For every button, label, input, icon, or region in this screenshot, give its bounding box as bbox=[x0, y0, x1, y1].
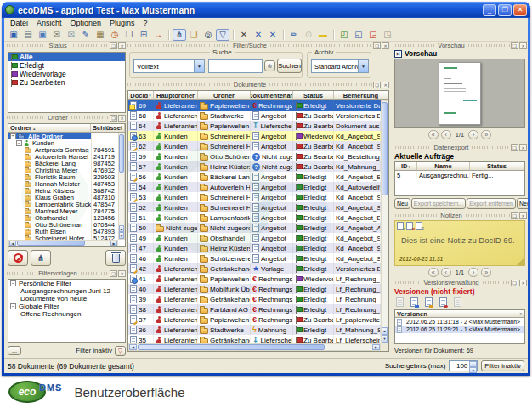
float-panel-icon[interactable]: ❏ bbox=[110, 270, 117, 277]
dock-grip[interactable] bbox=[393, 281, 420, 284]
close-panel-icon[interactable]: ✕ bbox=[519, 280, 527, 286]
folder-tree-row[interactable]: Ruth Eisen547893 bbox=[8, 228, 118, 235]
filter-item[interactable]: Dokumente von heute bbox=[8, 295, 125, 303]
filter-item[interactable]: Offene Rechnungen bbox=[8, 310, 125, 318]
column-header-ordner[interactable]: Ordner bbox=[198, 91, 251, 100]
chevron-down-icon[interactable]: ▼ bbox=[358, 60, 368, 72]
version-row[interactable]: 2012.06.25 11:31:18 - 2 <Max Mustermann> bbox=[395, 318, 524, 326]
folder-view-button[interactable]: ❏ bbox=[187, 29, 201, 41]
float-panel-icon[interactable]: ❏ bbox=[511, 212, 518, 219]
reload-button[interactable]: Neu laden bbox=[517, 198, 528, 209]
scroll-right-icon[interactable]: ▶ bbox=[110, 241, 117, 246]
folder-tree-row[interactable]: Klaus Graben487810 bbox=[8, 194, 118, 201]
scroll-up-icon[interactable]: ▲ bbox=[119, 225, 124, 232]
chevron-down-icon[interactable]: ▼ bbox=[194, 60, 204, 72]
document-row[interactable]: 50Nicht zugeordnetNicht zugeordnetAngebo… bbox=[128, 223, 381, 233]
document-row[interactable]: 64LieferantenPapierwelten GmbH↧Liefersch… bbox=[128, 121, 381, 131]
close-panel-icon[interactable]: ✕ bbox=[382, 42, 389, 49]
dock-grip[interactable] bbox=[468, 44, 510, 47]
document-row[interactable]: 42LieferantenGetränkehandel Baum★Vorlage… bbox=[128, 264, 381, 274]
close-panel-icon[interactable]: ✕ bbox=[118, 42, 126, 49]
folder-hscrollbar[interactable]: ◀ ▶ bbox=[8, 240, 118, 246]
document-row[interactable]: 59KundenOtto Schöneman?Nicht zugeordnetZ… bbox=[128, 151, 381, 162]
print-button[interactable]: ▤ bbox=[21, 29, 35, 41]
document-row[interactable]: 68LieferantenStadtwerkeAngebotZu Bearbei… bbox=[128, 110, 381, 121]
document-row[interactable]: 37LieferantenPapierwelten GmbH€Rechnungs… bbox=[128, 314, 381, 325]
column-header-name[interactable]: Name bbox=[417, 162, 470, 171]
dock-grip[interactable] bbox=[127, 83, 230, 86]
dock-grip[interactable] bbox=[466, 214, 510, 217]
document-row[interactable]: 53KundenSchreinerei HoferAngebotErledigt… bbox=[128, 192, 381, 202]
column-header-dokumentenart[interactable]: Dokumentenart bbox=[251, 91, 293, 100]
float-panel-icon[interactable]: ❏ bbox=[373, 42, 381, 49]
expander-icon[interactable]: − bbox=[10, 280, 16, 286]
table-view-button[interactable]: ⊞ bbox=[137, 29, 150, 41]
folder-column-header[interactable]: Ordner ▴ bbox=[8, 124, 91, 133]
prev-note-button[interactable]: ‹ bbox=[441, 268, 451, 277]
remove-export-button[interactable]: Export entfernen bbox=[467, 198, 516, 209]
menu-optionen[interactable]: Optionen bbox=[67, 19, 105, 27]
menu-datei[interactable]: Datei bbox=[7, 19, 31, 27]
status-item-wiedervorlage[interactable]: Wiedervorlage bbox=[8, 70, 125, 78]
folder-tree-row[interactable]: Hannah Meister487453 bbox=[8, 180, 118, 187]
documents-hscrollbar[interactable]: ◀ ▶ bbox=[128, 343, 381, 351]
float-panel-icon[interactable]: ❏ bbox=[511, 280, 518, 286]
next-note-button[interactable]: › bbox=[468, 268, 478, 277]
folder-tree-row[interactable]: Christina Meier476932 bbox=[8, 167, 118, 173]
dock-grip[interactable] bbox=[472, 146, 510, 149]
archive-select[interactable]: Standard Archiv ▼ bbox=[311, 60, 369, 73]
folder-tree-row[interactable]: Floristik Baum329603 bbox=[8, 173, 118, 180]
folder-tree-row[interactable]: Manfred Meyer784775 bbox=[8, 207, 118, 214]
close-panel-icon[interactable]: ✕ bbox=[118, 270, 126, 277]
menu-ansicht[interactable]: Ansicht bbox=[33, 19, 65, 27]
note-button[interactable]: ▬ bbox=[316, 29, 330, 41]
close-panel-icon[interactable]: ✕ bbox=[118, 115, 126, 122]
filter-inactive-button[interactable]: Filter inaktiv bbox=[481, 360, 524, 371]
document-row[interactable]: 52KundenSchreinerei HoferAngebotErledigt… bbox=[128, 202, 381, 212]
job-row[interactable]: 5 Ausgangsrechnu... Fertig... bbox=[395, 171, 524, 179]
dock-grip[interactable] bbox=[393, 214, 437, 217]
preview-area[interactable] bbox=[394, 59, 525, 128]
document-row[interactable]: 40LieferantenMobilfunk Überall€Rechnungs… bbox=[128, 284, 381, 294]
filter-group-global[interactable]: − Globale Filter bbox=[8, 303, 125, 310]
clear-selection-button[interactable] bbox=[8, 250, 28, 266]
folder-tree-row[interactable]: Arztpraxis Sonntag784591 bbox=[8, 146, 118, 153]
save-button[interactable]: ▣ bbox=[7, 29, 20, 41]
search-view-button[interactable]: ◎ bbox=[201, 29, 215, 41]
menu-plugins[interactable]: Plugins bbox=[106, 19, 139, 27]
float-panel-icon[interactable]: ❏ bbox=[373, 82, 381, 88]
column-header-bemerkung[interactable]: Bemerkung bbox=[334, 91, 388, 100]
float-panel-icon[interactable]: ❏ bbox=[110, 42, 117, 49]
document-row[interactable]: 56KundenBäckerei LangAngebotErledigtKd_A… bbox=[128, 172, 381, 182]
key-column-header[interactable]: Schlüssel bbox=[91, 124, 125, 133]
status-item-zu-bearbeiten[interactable]: Zu Bearbeiten bbox=[8, 78, 125, 87]
note[interactable]: Dies ist eine Notiz zu DocID 69. 2012-06… bbox=[394, 220, 525, 266]
first-note-button[interactable]: « bbox=[428, 268, 439, 277]
folder-tree-row[interactable]: Lampenfabrik Stuck478547 bbox=[8, 201, 118, 207]
trash-button[interactable] bbox=[105, 250, 126, 266]
attachment-button[interactable]: ⊙ bbox=[302, 29, 315, 41]
document-row[interactable]: 39LieferantenGetränkehandel Baum€Rechnun… bbox=[128, 294, 381, 304]
column-header-status[interactable]: Status bbox=[293, 91, 334, 100]
folder-vscrollbar[interactable]: ▲ ▼ bbox=[118, 133, 125, 240]
scrollbar-thumb[interactable] bbox=[138, 344, 325, 350]
last-page-button[interactable]: » bbox=[481, 130, 491, 139]
connections-button[interactable]: ⋔ bbox=[173, 29, 186, 41]
minimize-button[interactable]: _ bbox=[483, 4, 496, 16]
column-header-status[interactable]: Status bbox=[470, 162, 524, 171]
new-document-button[interactable]: ✏ bbox=[287, 29, 301, 41]
edit-document-button[interactable]: ✎ bbox=[79, 29, 93, 41]
expander-icon[interactable]: − bbox=[10, 133, 16, 139]
scroll-left-icon[interactable]: ◀ bbox=[129, 344, 137, 350]
version-new-button[interactable]: ◰ bbox=[337, 29, 351, 41]
dock-grip[interactable] bbox=[71, 116, 109, 119]
document-row[interactable]: 35LieferantenGetränkehandel Baum↧Liefers… bbox=[128, 335, 381, 343]
import-mail-button[interactable]: ✉ bbox=[65, 29, 78, 41]
scroll-up-icon[interactable]: ▲ bbox=[382, 327, 388, 335]
checkbox-checked-icon[interactable]: ✕ bbox=[394, 50, 402, 58]
document-row[interactable]: 57KundenHeinz Küsters?Nicht zugeordnetZu… bbox=[128, 162, 381, 172]
save-export-button[interactable]: Export speichern... bbox=[411, 198, 466, 209]
dock-grip[interactable] bbox=[270, 44, 372, 47]
archive-button[interactable]: ▦ bbox=[93, 29, 107, 41]
export-mail-button[interactable]: ✉ bbox=[50, 29, 64, 41]
